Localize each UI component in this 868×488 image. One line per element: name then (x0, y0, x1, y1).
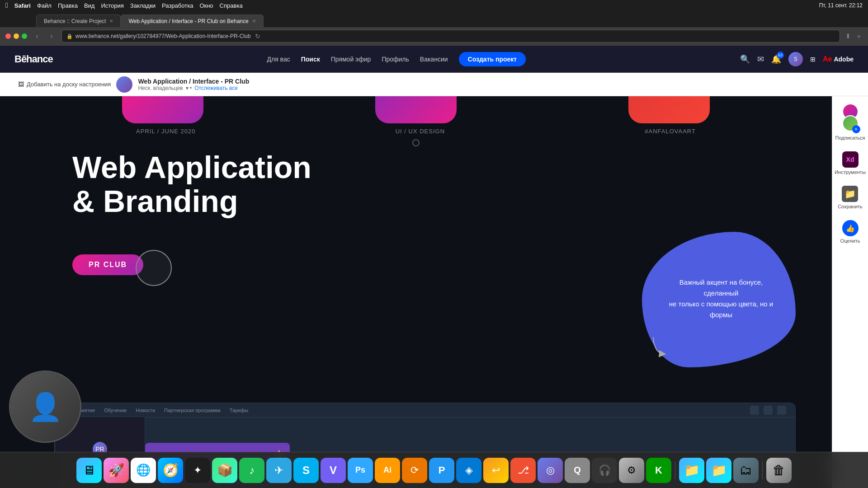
dock-finder[interactable]: 🖥 Finder (76, 458, 102, 483)
menu-safari[interactable]: Safari (14, 2, 31, 9)
dock-pixelmator[interactable]: P Pixelmator (429, 458, 454, 483)
header-avatar[interactable]: S (788, 52, 803, 66)
xd-icon: Xd (842, 151, 859, 168)
dock-photolens[interactable]: ◎ Photo Lens (538, 458, 563, 483)
dock-rocket[interactable]: 🚀 Rocket (104, 458, 129, 483)
menu-file[interactable]: Файл (37, 2, 52, 9)
mockup-icon-3 (777, 406, 786, 415)
rate-label: Оценить (840, 238, 860, 244)
dock-ai[interactable]: Ai Illustrator (375, 458, 400, 483)
color-bar-red (628, 96, 710, 123)
mac-dock: 🖥 Finder 🚀 Rocket 🌐 Chrome 🧭 Safari ✦ Fi… (0, 452, 868, 488)
grid-icon[interactable]: ⊞ (810, 56, 816, 63)
dock-audio[interactable]: 🎧 Audio (592, 458, 617, 483)
bar-label-0: APRIL / JUNE 2020 (136, 128, 195, 135)
nav-for-you[interactable]: Для вас (267, 56, 290, 63)
add-avatar-button[interactable]: + (852, 125, 860, 133)
add-bookmark-button[interactable]: + (855, 31, 863, 42)
datetime-display: Пт, 11 сент. 22:12 (819, 2, 863, 9)
sidebar-tools[interactable]: Xd Инструменты (835, 151, 866, 175)
traffic-light-red[interactable] (5, 33, 11, 39)
traffic-light-yellow[interactable] (14, 33, 19, 39)
sidebar-save[interactable]: 📁 Сохранить (838, 186, 863, 209)
menu-history[interactable]: История (101, 2, 123, 9)
menu-window[interactable]: Окно (199, 2, 213, 9)
project-title: Web Application / Interface - PR Club (138, 78, 249, 85)
menu-help[interactable]: Справка (220, 2, 243, 9)
apple-logo-icon[interactable]:  (5, 1, 8, 9)
dock-viber[interactable]: V Viber (321, 458, 346, 483)
top-bars (0, 96, 832, 123)
nav-profile[interactable]: Профиль (382, 56, 409, 63)
project-image: APRIL / JUNE 2020 UI / UX DESIGN #ANFALO… (0, 96, 832, 488)
dock-folder1[interactable]: 📁 Downloads (679, 458, 704, 483)
mockup-nav-4[interactable]: Тарифы (230, 408, 249, 413)
nav-live[interactable]: Прямой эфир (331, 56, 371, 63)
browser-tab-0[interactable]: Behance :: Create Project ✕ (36, 14, 121, 27)
mail-icon[interactable]: ✉ (757, 54, 764, 64)
mockup-nav-2[interactable]: Новости (136, 408, 155, 413)
create-project-button[interactable]: Создать проект (459, 52, 526, 66)
nav-search[interactable]: Поиск (301, 56, 320, 63)
dock-settings[interactable]: ⚙ System Preferences (619, 458, 644, 483)
trash-icon: 🗑 (773, 463, 785, 478)
dock-git[interactable]: ⎇ Git (510, 458, 536, 483)
floating-user-avatar: 👤 (9, 371, 81, 443)
behance-header: Bēhance Для вас Поиск Прямой эфир Профил… (0, 46, 868, 73)
browser-chrome: Behance :: Create Project ✕ Web Applicat… (0, 11, 868, 46)
reload-button[interactable]: ↻ (255, 33, 260, 40)
address-bar[interactable]: 🔒 www.behance.net/gallery/102784977/Web-… (61, 30, 840, 42)
search-icon[interactable]: 🔍 (740, 54, 750, 64)
dock-trash[interactable]: 🗑 Trash (766, 458, 792, 483)
like-button[interactable]: 👍 (842, 220, 859, 236)
mockup-nav-1[interactable]: Обучение (104, 408, 127, 413)
qbit-icon: Q (574, 465, 581, 475)
pixelmator-icon: P (439, 465, 445, 476)
sidebar-rate[interactable]: 👍 Оценить (840, 220, 860, 244)
dock-telegram[interactable]: ✈ Telegram (266, 458, 292, 483)
menu-develop[interactable]: Разработка (162, 2, 193, 9)
dock-copilot[interactable]: ◈ Copilot (456, 458, 481, 483)
mockup-nav-3[interactable]: Партнерская программа (164, 408, 221, 413)
dock-chrome[interactable]: 🌐 Chrome (131, 458, 156, 483)
follow-all-link[interactable]: Отслеживать все (194, 85, 238, 91)
behance-logo[interactable]: Bēhance (14, 53, 53, 65)
back-button[interactable]: ‹ (31, 30, 43, 42)
title-line2: & Branding (72, 184, 238, 218)
dock-folder3[interactable]: 🗂 Documents (733, 458, 759, 483)
dock-arrow[interactable]: ↩ Arrow (483, 458, 509, 483)
audio-icon: 🎧 (599, 465, 611, 476)
dock-figma[interactable]: ✦ Figma (185, 458, 210, 483)
settings-icon: ⚙ (627, 465, 636, 476)
forward-button[interactable]: › (45, 30, 58, 42)
kaspersky-icon: K (655, 465, 662, 476)
mockup-icon-2 (764, 406, 773, 415)
browser-tabs: Behance :: Create Project ✕ Web Applicat… (0, 11, 868, 27)
menu-bookmarks[interactable]: Закладки (130, 2, 156, 9)
dock-qbit[interactable]: Q qBittorrent (565, 458, 590, 483)
notification-badge: 63 (777, 52, 784, 59)
dock-kaspersky[interactable]: K Kaspersky (646, 458, 671, 483)
dock-store[interactable]: 📦 Store (212, 458, 237, 483)
nav-jobs[interactable]: Вакансии (420, 56, 448, 63)
menu-view[interactable]: Вид (84, 2, 95, 9)
dock-spotify[interactable]: ♪ Spotify (239, 458, 264, 483)
notification-icon[interactable]: 🔔 63 (771, 54, 781, 64)
tab-close-1[interactable]: ✕ (252, 19, 256, 23)
project-view: APRIL / JUNE 2020 UI / UX DESIGN #ANFALO… (0, 96, 832, 488)
share-button[interactable]: ⬆ (844, 31, 853, 42)
mood-board-button[interactable]: 🖼 Добавить на доску настроения (18, 81, 111, 88)
menubar-left:  Safari Файл Правка Вид История Закладк… (5, 1, 243, 9)
dock-ps[interactable]: Ps Photoshop (348, 458, 373, 483)
menu-edit[interactable]: Правка (58, 2, 78, 9)
dock-blender[interactable]: ⟳ Blender (402, 458, 427, 483)
browser-tab-1[interactable]: Web Application / Interface - PR Club on… (121, 14, 263, 27)
dock-folder2[interactable]: 📁 Folder (706, 458, 731, 483)
pr-club-button[interactable]: PR CLUB (72, 254, 143, 275)
dock-skype[interactable]: S Skype (293, 458, 319, 483)
tab-close-0[interactable]: ✕ (109, 19, 113, 23)
chrome-icon: 🌐 (136, 463, 151, 477)
traffic-light-green[interactable] (22, 33, 27, 39)
dock-safari[interactable]: 🧭 Safari (158, 458, 183, 483)
ps-icon: Ps (355, 465, 365, 475)
